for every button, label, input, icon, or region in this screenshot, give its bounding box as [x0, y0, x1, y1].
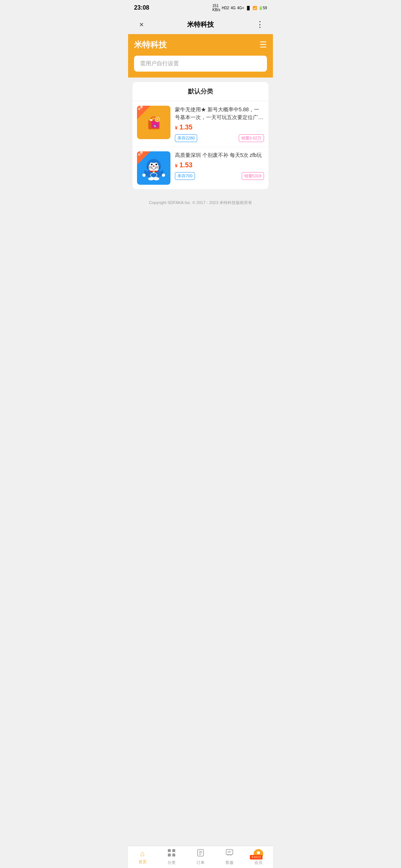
hamburger-menu-icon[interactable]: ☰	[260, 40, 267, 50]
category-card: 默认分类 +	[133, 82, 268, 189]
signal-4g: 4G	[231, 6, 235, 10]
battery-icon: 🔋59	[258, 6, 267, 10]
svg-text:+: +	[156, 118, 158, 121]
svg-rect-1	[150, 119, 152, 121]
product-info-1: 蒙牛无使用★ 新号大概率中5.88，一号基本一次，一天可玩五次要定位广东广西贵州…	[170, 106, 264, 142]
product-image-2: 卡券	[137, 151, 170, 185]
network-speed: 151KB/s	[212, 4, 220, 12]
yuan-symbol-1: ¥	[175, 125, 177, 131]
svg-point-29	[153, 177, 159, 181]
more-menu-button[interactable]: ⋮	[254, 19, 265, 30]
category-title: 默认分类	[133, 82, 268, 101]
product-price-2: ¥ 1.53	[175, 161, 264, 169]
signal-bars: ▐▌	[246, 6, 251, 10]
svg-point-23	[150, 173, 157, 177]
svg-point-26	[142, 174, 146, 177]
nav-title: 米特科技	[187, 20, 214, 29]
search-section: 需用户自行设置	[128, 56, 273, 78]
svg-point-12	[151, 164, 153, 165]
search-input[interactable]: 需用户自行设置	[134, 56, 267, 72]
product-title-1: 蒙牛无使用★ 新号大概率中5.88，一号基本一次，一天可玩五次要定位广东广西贵州…	[175, 106, 264, 121]
product-title-2: 高质量深圳 个别废不补 每天5次 zfb玩	[175, 151, 264, 159]
product-meta-2: 库存700 销量5319	[175, 172, 264, 180]
price-value-1: 1.35	[179, 124, 192, 131]
hd2-icon: HD2	[222, 6, 229, 10]
svg-text:🐘: 🐘	[153, 124, 156, 127]
price-value-2: 1.53	[179, 161, 192, 169]
signal-4gplus: 4G+	[237, 6, 244, 10]
product-image-1: + 🐘 卡券	[137, 106, 170, 139]
yuan-symbol-2: ¥	[175, 163, 177, 168]
product-meta-1: 库存2280 销量3.62万	[175, 134, 264, 142]
sales-tag-1: 销量3.62万	[239, 134, 264, 142]
svg-point-22	[153, 171, 154, 173]
stock-tag-1: 库存2280	[175, 134, 197, 142]
wifi-icon: 📶	[252, 6, 257, 10]
product-item-2[interactable]: 卡券 高质量深圳 个别废不补 每天5次 zfb玩 ¥ 1.53 库存700 销量…	[133, 147, 268, 189]
status-icons: 151KB/s HD2 4G 4G+ ▐▌ 📶 🔋59	[212, 4, 267, 12]
copyright-text: Copyright SDFAKA Inc. © 2017 - 2023 米特科技…	[133, 194, 268, 212]
nav-bar: × 米特科技 ⋮	[128, 15, 273, 34]
svg-point-27	[162, 174, 165, 177]
svg-point-14	[153, 165, 154, 167]
svg-point-13	[156, 164, 157, 165]
status-time: 23:08	[134, 4, 149, 11]
product-item[interactable]: + 🐘 卡券 蒙牛无使用★ 新号大概率中5.88，一号基本一次，一天可玩五次要定…	[133, 101, 268, 147]
product-info-2: 高质量深圳 个别废不补 每天5次 zfb玩 ¥ 1.53 库存700 销量531…	[170, 151, 264, 180]
close-button[interactable]: ×	[136, 19, 147, 30]
product-price-1: ¥ 1.35	[175, 124, 264, 131]
brand-name: 米特科技	[134, 39, 167, 50]
content-area: 默认分类 +	[128, 78, 273, 243]
sales-tag-2: 销量5319	[242, 172, 264, 180]
header-banner: 米特科技 ☰	[128, 34, 273, 56]
svg-point-28	[148, 177, 154, 181]
stock-tag-2: 库存700	[175, 172, 195, 180]
status-bar: 23:08 151KB/s HD2 4G 4G+ ▐▌ 📶 🔋59	[128, 0, 273, 15]
